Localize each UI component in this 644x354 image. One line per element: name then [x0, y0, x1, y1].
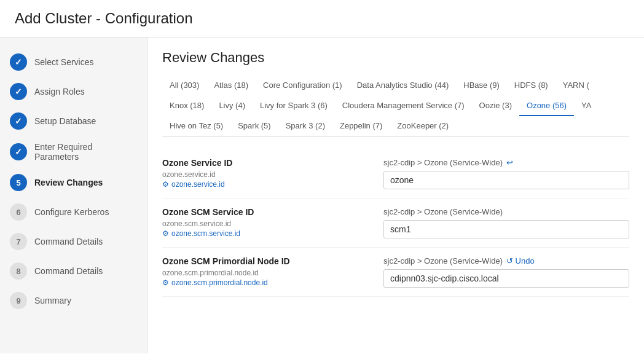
sidebar-item-review-changes[interactable]: 5Review Changes — [0, 168, 147, 197]
step-circle-select-services — [10, 53, 27, 71]
step-circle-review-changes: 5 — [10, 174, 27, 191]
tab-hive-on-tez[interactable]: Hive on Tez (5) — [162, 116, 230, 136]
config-left-ozone-scm-primordial-node-id: Ozone SCM Primordial Node IDozone.scm.pr… — [162, 256, 371, 287]
config-right-ozone-service-id: sjc2-cdip > Ozone (Service-Wide) ↩ — [383, 158, 629, 189]
config-name-ozone-scm-primordial-node-id: Ozone SCM Primordial Node ID — [162, 256, 371, 266]
config-link-text: ozone.scm.service.id — [171, 229, 240, 238]
gear-icon: ⚙ — [162, 180, 169, 189]
tab-oozie[interactable]: Oozie (3) — [472, 96, 519, 116]
page-title: Add Cluster - Configuration — [15, 10, 629, 27]
main-layout: Select ServicesAssign RolesSetup Databas… — [0, 37, 644, 353]
undo-link-ozone-scm-primordial-node-id[interactable]: ↺ Undo — [506, 256, 535, 266]
step-circle-assign-roles — [10, 83, 27, 100]
sidebar-item-command-details-1[interactable]: 7Command Details — [0, 227, 147, 256]
section-title: Review Changes — [162, 50, 629, 66]
sidebar-item-setup-database[interactable]: Setup Database — [0, 106, 147, 136]
sidebar-label-summary: Summary — [34, 296, 71, 305]
source-text-ozone-service-id: sjc2-cdip > Ozone (Service-Wide) — [383, 158, 503, 167]
tab-cloudera-mgmt[interactable]: Cloudera Management Service (7) — [335, 96, 472, 116]
sidebar-label-select-services: Select Services — [34, 57, 93, 67]
tabs-row-3: Hive on Tez (5)Spark (5)Spark 3 (2)Zeppe… — [162, 116, 629, 136]
step-circle-command-details-1: 7 — [10, 233, 27, 250]
tab-yarn[interactable]: YARN ( — [556, 76, 597, 96]
source-text-ozone-scm-primordial-node-id: sjc2-cdip > Ozone (Service-Wide) — [383, 256, 503, 266]
tab-zookeeper[interactable]: ZooKeeper (2) — [390, 116, 456, 136]
tab-hdfs[interactable]: HDFS (8) — [507, 76, 556, 96]
gear-icon: ⚙ — [162, 229, 169, 238]
tab-atlas[interactable]: Atlas (18) — [206, 76, 256, 96]
config-right-ozone-scm-primordial-node-id: sjc2-cdip > Ozone (Service-Wide) ↺ Undo — [383, 256, 629, 288]
config-input-ozone-scm-primordial-node-id[interactable] — [383, 269, 629, 288]
config-section: Ozone Service IDozone.service.id⚙ozone.s… — [162, 149, 629, 297]
config-link-ozone-scm-service-id[interactable]: ⚙ozone.scm.service.id — [162, 229, 371, 238]
config-key-ozone-scm-primordial-node-id: ozone.scm.primordial.node.id — [162, 269, 371, 277]
config-link-ozone-scm-primordial-node-id[interactable]: ⚙ozone.scm.primordial.node.id — [162, 278, 371, 287]
config-left-ozone-scm-service-id: Ozone SCM Service IDozone.scm.service.id… — [162, 207, 371, 238]
tab-all[interactable]: All (303) — [162, 76, 206, 96]
sidebar-label-setup-database: Setup Database — [34, 116, 96, 126]
tab-livy[interactable]: Livy (4) — [211, 96, 253, 116]
sidebar-item-command-details-2[interactable]: 8Command Details — [0, 256, 147, 286]
step-circle-setup-database — [10, 112, 27, 130]
config-key-ozone-scm-service-id: ozone.scm.service.id — [162, 219, 371, 228]
tab-core-config[interactable]: Core Configuration (1) — [256, 76, 350, 96]
tab-livy-spark3[interactable]: Livy for Spark 3 (6) — [253, 96, 335, 116]
gear-icon: ⚙ — [162, 278, 169, 287]
tab-zeppelin[interactable]: Zeppelin (7) — [332, 116, 390, 136]
step-circle-configure-kerberos: 6 — [10, 203, 27, 221]
config-name-ozone-scm-service-id: Ozone SCM Service ID — [162, 207, 371, 217]
back-arrow-icon[interactable]: ↩ — [506, 158, 513, 167]
config-name-ozone-service-id: Ozone Service ID — [162, 158, 371, 168]
sidebar-item-enter-required-parameters[interactable]: Enter Required Parameters — [0, 136, 147, 168]
sidebar-label-enter-required-parameters: Enter Required Parameters — [34, 142, 137, 162]
config-left-ozone-service-id: Ozone Service IDozone.service.id⚙ozone.s… — [162, 158, 371, 189]
sidebar-label-command-details-1: Command Details — [34, 237, 103, 246]
config-link-ozone-service-id[interactable]: ⚙ozone.service.id — [162, 180, 371, 189]
sidebar-label-assign-roles: Assign Roles — [34, 87, 85, 96]
tabs-container: All (303)Atlas (18)Core Configuration (1… — [162, 76, 629, 137]
step-circle-summary: 9 — [10, 292, 27, 309]
sidebar-item-assign-roles[interactable]: Assign Roles — [0, 77, 147, 106]
content-area: Review Changes All (303)Atlas (18)Core C… — [147, 37, 644, 353]
config-right-ozone-scm-service-id: sjc2-cdip > Ozone (Service-Wide) — [383, 207, 629, 238]
tabs-row-1: All (303)Atlas (18)Core Configuration (1… — [162, 76, 629, 96]
config-row-ozone-scm-service-id: Ozone SCM Service IDozone.scm.service.id… — [162, 199, 629, 248]
sidebar-item-select-services[interactable]: Select Services — [0, 47, 147, 77]
sidebar: Select ServicesAssign RolesSetup Databas… — [0, 37, 147, 353]
step-circle-command-details-2: 8 — [10, 262, 27, 280]
config-source-ozone-service-id: sjc2-cdip > Ozone (Service-Wide) ↩ — [383, 158, 629, 167]
step-circle-enter-required-parameters — [10, 143, 27, 160]
tab-hbase[interactable]: HBase (9) — [456, 76, 507, 96]
sidebar-item-summary[interactable]: 9Summary — [0, 286, 147, 315]
config-link-text: ozone.scm.primordial.node.id — [171, 278, 268, 287]
tab-spark5[interactable]: Spark (5) — [230, 116, 278, 136]
page-header: Add Cluster - Configuration — [0, 0, 644, 37]
config-source-ozone-scm-primordial-node-id: sjc2-cdip > Ozone (Service-Wide) ↺ Undo — [383, 256, 629, 266]
tabs-row-2: Knox (18)Livy (4)Livy for Spark 3 (6)Clo… — [162, 96, 629, 116]
config-row-ozone-service-id: Ozone Service IDozone.service.id⚙ozone.s… — [162, 149, 629, 199]
config-input-ozone-service-id[interactable] — [383, 171, 629, 189]
sidebar-item-configure-kerberos[interactable]: 6Configure Kerberos — [0, 197, 147, 227]
tab-data-analytics[interactable]: Data Analytics Studio (44) — [350, 76, 457, 96]
source-text-ozone-scm-service-id: sjc2-cdip > Ozone (Service-Wide) — [383, 207, 503, 216]
tab-spark3[interactable]: Spark 3 (2) — [278, 116, 332, 136]
tab-ya[interactable]: YA — [574, 96, 599, 116]
config-link-text: ozone.service.id — [171, 180, 225, 189]
config-row-ozone-scm-primordial-node-id: Ozone SCM Primordial Node IDozone.scm.pr… — [162, 248, 629, 297]
tab-ozone[interactable]: Ozone (56) — [519, 96, 574, 116]
sidebar-label-review-changes: Review Changes — [34, 178, 103, 187]
sidebar-label-configure-kerberos: Configure Kerberos — [34, 207, 109, 217]
config-source-ozone-scm-service-id: sjc2-cdip > Ozone (Service-Wide) — [383, 207, 629, 216]
sidebar-label-command-details-2: Command Details — [34, 266, 103, 276]
config-key-ozone-service-id: ozone.service.id — [162, 170, 371, 179]
tab-knox[interactable]: Knox (18) — [162, 96, 211, 116]
config-input-ozone-scm-service-id[interactable] — [383, 220, 629, 238]
